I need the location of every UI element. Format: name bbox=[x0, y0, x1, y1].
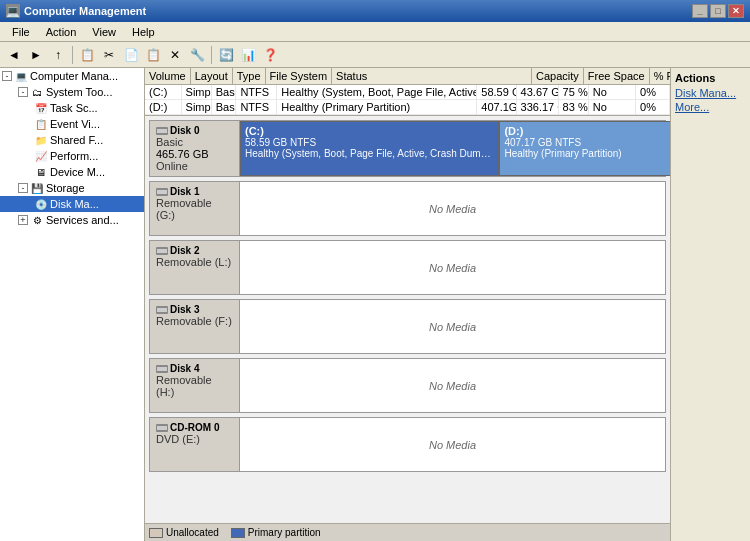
table-row[interactable]: (D:) Simple Basic NTFS Healthy (Primary … bbox=[145, 100, 670, 115]
partition: No Media bbox=[240, 359, 665, 412]
systemtools-icon: 🗂 bbox=[30, 85, 44, 99]
disk-type-label: Removable (F:) bbox=[156, 315, 233, 327]
disk-label: Disk 3Removable (F:) bbox=[150, 300, 240, 353]
th-volume[interactable]: Volume bbox=[145, 68, 191, 84]
legend-item: Unallocated bbox=[149, 527, 219, 538]
action-more[interactable]: More... bbox=[671, 100, 750, 114]
disk-label: CD-ROM 0DVD (E:) bbox=[150, 418, 240, 471]
partition[interactable]: (C:) 58.59 GB NTFS Healthy (System, Boot… bbox=[240, 121, 499, 176]
partition[interactable]: (D:) 407.17 GB NTFS Healthy (Primary Par… bbox=[499, 121, 670, 176]
svg-rect-1 bbox=[157, 129, 167, 133]
tree-item-taskscheduler[interactable]: 📅 Task Sc... bbox=[0, 100, 144, 116]
show-hide-button[interactable]: 📋 bbox=[77, 45, 97, 65]
disk-row[interactable]: CD-ROM 0DVD (E:)No Media bbox=[149, 417, 666, 472]
disk-row[interactable]: Disk 2Removable (L:)No Media bbox=[149, 240, 666, 295]
content-and-actions: Volume Layout Type File System Status Ca… bbox=[145, 68, 750, 541]
svg-rect-7 bbox=[157, 308, 167, 312]
menu-view[interactable]: View bbox=[84, 24, 124, 40]
td-freespace-d: 336.17 GB bbox=[517, 100, 559, 114]
legend-color-box bbox=[231, 528, 245, 538]
maximize-button[interactable]: □ bbox=[710, 4, 726, 18]
refresh-button[interactable]: 🔄 bbox=[216, 45, 236, 65]
tree-label-services: Services and... bbox=[46, 214, 119, 226]
tree-item-diskmanagement[interactable]: 💿 Disk Ma... bbox=[0, 196, 144, 212]
td-fs-c: NTFS bbox=[236, 85, 277, 99]
td-fault-d: No bbox=[589, 100, 636, 114]
disk-table-section: Volume Layout Type File System Status Ca… bbox=[145, 68, 670, 116]
computer-icon: 💻 bbox=[14, 69, 28, 83]
app-icon: 💻 bbox=[6, 4, 20, 18]
action-diskmgmt[interactable]: Disk Mana... bbox=[671, 86, 750, 100]
legend-bar: UnallocatedPrimary partition bbox=[145, 523, 670, 541]
content-area: Volume Layout Type File System Status Ca… bbox=[145, 68, 670, 541]
window-controls[interactable]: _ □ ✕ bbox=[692, 4, 744, 18]
toolbar-sep-1 bbox=[72, 46, 73, 64]
copy-button[interactable]: 📄 bbox=[121, 45, 141, 65]
disk-partitions: No Media bbox=[240, 182, 665, 235]
disk-row[interactable]: Disk 4Removable (H:)No Media bbox=[149, 358, 666, 413]
disk-row[interactable]: Disk 1Removable (G:)No Media bbox=[149, 181, 666, 236]
legend-label: Unallocated bbox=[166, 527, 219, 538]
expand-services[interactable]: + bbox=[18, 215, 28, 225]
close-button[interactable]: ✕ bbox=[728, 4, 744, 18]
td-capacity-d: 407.1G GB bbox=[477, 100, 516, 114]
td-overhead-d: 0% bbox=[636, 100, 670, 114]
back-button[interactable]: ◄ bbox=[4, 45, 24, 65]
tree-label-sharedfolders: Shared F... bbox=[50, 134, 103, 146]
devicemanager-icon: 🖥 bbox=[34, 165, 48, 179]
menu-action[interactable]: Action bbox=[38, 24, 85, 40]
minimize-button[interactable]: _ bbox=[692, 4, 708, 18]
tree-panel: - 💻 Computer Mana... - 🗂 System Too... 📅… bbox=[0, 68, 145, 541]
table-header: Volume Layout Type File System Status Ca… bbox=[145, 68, 670, 85]
disk-status-label: Online bbox=[156, 160, 233, 172]
tree-item-devicemanager[interactable]: 🖥 Device M... bbox=[0, 164, 144, 180]
up-button[interactable]: ↑ bbox=[48, 45, 68, 65]
th-pctfree[interactable]: % Free bbox=[650, 68, 670, 84]
table-row[interactable]: (C:) Simple Basic NTFS Healthy (System, … bbox=[145, 85, 670, 100]
tree-item-performance[interactable]: 📈 Perform... bbox=[0, 148, 144, 164]
partition-status: Healthy (System, Boot, Page File, Active… bbox=[245, 148, 494, 159]
tree-item-sharedfolders[interactable]: 📁 Shared F... bbox=[0, 132, 144, 148]
expand-systemtools[interactable]: - bbox=[18, 87, 28, 97]
td-pctfree-d: 83 % bbox=[559, 100, 589, 114]
tree-label-performance: Perform... bbox=[50, 150, 98, 162]
expand-computer[interactable]: - bbox=[2, 71, 12, 81]
td-type-d: Basic bbox=[212, 100, 237, 114]
disk-type-label: Basic bbox=[156, 136, 233, 148]
td-status-d: Healthy (Primary Partition) bbox=[277, 100, 477, 114]
tree-label-systemtools: System Too... bbox=[46, 86, 112, 98]
td-fs-d: NTFS bbox=[236, 100, 277, 114]
th-freespace[interactable]: Free Space bbox=[584, 68, 650, 84]
tree-item-computer[interactable]: - 💻 Computer Mana... bbox=[0, 68, 144, 84]
td-volume-d: (D:) bbox=[145, 100, 182, 114]
disk-row[interactable]: Disk 0Basic465.76 GBOnline(C:) 58.59 GB … bbox=[149, 120, 666, 177]
th-capacity[interactable]: Capacity bbox=[532, 68, 584, 84]
disk-row[interactable]: Disk 3Removable (F:)No Media bbox=[149, 299, 666, 354]
th-fs[interactable]: File System bbox=[266, 68, 332, 84]
properties-button[interactable]: 🔧 bbox=[187, 45, 207, 65]
disk-label: Disk 0Basic465.76 GBOnline bbox=[150, 121, 240, 176]
tree-item-servicesapps[interactable]: + ⚙ Services and... bbox=[0, 212, 144, 228]
disk-partitions: No Media bbox=[240, 241, 665, 294]
menu-file[interactable]: File bbox=[4, 24, 38, 40]
expand-storage[interactable]: - bbox=[18, 183, 28, 193]
help-icon[interactable]: ❓ bbox=[260, 45, 280, 65]
legend-color-box bbox=[149, 528, 163, 538]
th-layout[interactable]: Layout bbox=[191, 68, 233, 84]
forward-button[interactable]: ► bbox=[26, 45, 46, 65]
tree-item-storage[interactable]: - 💾 Storage bbox=[0, 180, 144, 196]
td-layout-d: Simple bbox=[182, 100, 212, 114]
th-type[interactable]: Type bbox=[233, 68, 266, 84]
tree-label-devicemanager: Device M... bbox=[50, 166, 105, 178]
paste-button[interactable]: 📋 bbox=[143, 45, 163, 65]
delete-button[interactable]: ✕ bbox=[165, 45, 185, 65]
export-button[interactable]: 📊 bbox=[238, 45, 258, 65]
disk-type-label: Removable (H:) bbox=[156, 374, 233, 398]
td-pctfree-c: 75 % bbox=[559, 85, 589, 99]
tree-label-taskscheduler: Task Sc... bbox=[50, 102, 98, 114]
tree-item-systemtools[interactable]: - 🗂 System Too... bbox=[0, 84, 144, 100]
th-status[interactable]: Status bbox=[332, 68, 532, 84]
cut-button[interactable]: ✂ bbox=[99, 45, 119, 65]
tree-item-eventviewer[interactable]: 📋 Event Vi... bbox=[0, 116, 144, 132]
menu-help[interactable]: Help bbox=[124, 24, 163, 40]
